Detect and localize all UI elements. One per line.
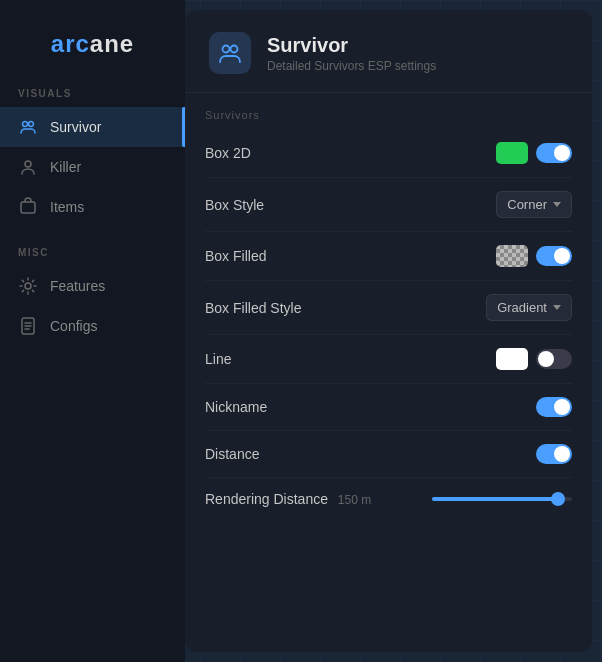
svg-point-7 [231, 46, 238, 53]
box-filled-controls [496, 245, 572, 267]
box-filled-style-chevron [553, 305, 561, 310]
app-container: arcane VISUALS Survivor Killer [0, 0, 602, 662]
box-filled-color-swatch[interactable] [496, 245, 528, 267]
survivor-icon [18, 117, 38, 137]
box2d-color-swatch[interactable] [496, 142, 528, 164]
section-title: Survivors [205, 109, 572, 121]
svg-point-4 [25, 283, 31, 289]
logo-arc: arc [51, 30, 90, 57]
sidebar-item-configs[interactable]: Configs [0, 306, 185, 346]
distance-row: Distance [205, 431, 572, 478]
sidebar: arcane VISUALS Survivor Killer [0, 0, 185, 662]
line-controls [496, 348, 572, 370]
line-label: Line [205, 351, 231, 367]
sidebar-item-items[interactable]: Items [0, 187, 185, 227]
sidebar-item-configs-label: Configs [50, 318, 97, 334]
box-style-dropdown[interactable]: Corner [496, 191, 572, 218]
box-style-label: Box Style [205, 197, 264, 213]
svg-point-1 [29, 122, 34, 127]
line-color-swatch[interactable] [496, 348, 528, 370]
rendering-distance-slider[interactable] [432, 497, 572, 501]
box2d-controls [496, 142, 572, 164]
box2d-label: Box 2D [205, 145, 251, 161]
svg-rect-3 [21, 202, 35, 213]
features-icon [18, 276, 38, 296]
sidebar-item-features[interactable]: Features [0, 266, 185, 306]
slider-fill [432, 497, 558, 501]
nickname-label: Nickname [205, 399, 267, 415]
svg-point-2 [25, 161, 31, 167]
rendering-distance-value: 150 m [338, 493, 371, 507]
distance-label: Distance [205, 446, 259, 462]
rendering-distance-label: Rendering Distance 150 m [205, 491, 371, 507]
distance-controls [536, 444, 572, 464]
header-text: Survivor Detailed Survivors ESP settings [267, 34, 436, 73]
distance-toggle[interactable] [536, 444, 572, 464]
sidebar-item-killer[interactable]: Killer [0, 147, 185, 187]
svg-point-6 [223, 46, 230, 53]
box-style-chevron [553, 202, 561, 207]
box-filled-style-row: Box Filled Style Gradient [205, 281, 572, 335]
svg-point-0 [23, 122, 28, 127]
box-filled-style-controls: Gradient [486, 294, 572, 321]
configs-icon [18, 316, 38, 336]
page-subtitle: Detailed Survivors ESP settings [267, 59, 436, 73]
box-style-value: Corner [507, 197, 547, 212]
rendering-distance-row: Rendering Distance 150 m [205, 478, 572, 520]
killer-icon [18, 157, 38, 177]
box-style-row: Box Style Corner [205, 178, 572, 232]
box-filled-row: Box Filled [205, 232, 572, 281]
main-content: Survivor Detailed Survivors ESP settings… [185, 10, 592, 652]
box-filled-style-dropdown[interactable]: Gradient [486, 294, 572, 321]
visuals-section-label: VISUALS [0, 88, 185, 107]
content-area: Survivors Box 2D Box Style Corner [185, 93, 592, 652]
slider-thumb[interactable] [551, 492, 565, 506]
items-icon [18, 197, 38, 217]
page-title: Survivor [267, 34, 436, 57]
nickname-toggle[interactable] [536, 397, 572, 417]
logo: arcane [0, 20, 185, 88]
main-header: Survivor Detailed Survivors ESP settings [185, 10, 592, 93]
box-filled-label: Box Filled [205, 248, 266, 264]
rendering-distance-controls [432, 497, 572, 501]
logo-ane: ane [90, 30, 134, 57]
box-filled-style-label: Box Filled Style [205, 300, 301, 316]
box-filled-style-value: Gradient [497, 300, 547, 315]
sidebar-item-survivor-label: Survivor [50, 119, 101, 135]
box2d-row: Box 2D [205, 129, 572, 178]
sidebar-item-killer-label: Killer [50, 159, 81, 175]
nickname-controls [536, 397, 572, 417]
misc-section-label: MISC [0, 247, 185, 266]
header-icon [209, 32, 251, 74]
box-filled-toggle[interactable] [536, 246, 572, 266]
nickname-row: Nickname [205, 384, 572, 431]
line-toggle[interactable] [536, 349, 572, 369]
box-style-controls: Corner [496, 191, 572, 218]
sidebar-item-features-label: Features [50, 278, 105, 294]
line-row: Line [205, 335, 572, 384]
sidebar-item-items-label: Items [50, 199, 84, 215]
box2d-toggle[interactable] [536, 143, 572, 163]
sidebar-item-survivor[interactable]: Survivor [0, 107, 185, 147]
